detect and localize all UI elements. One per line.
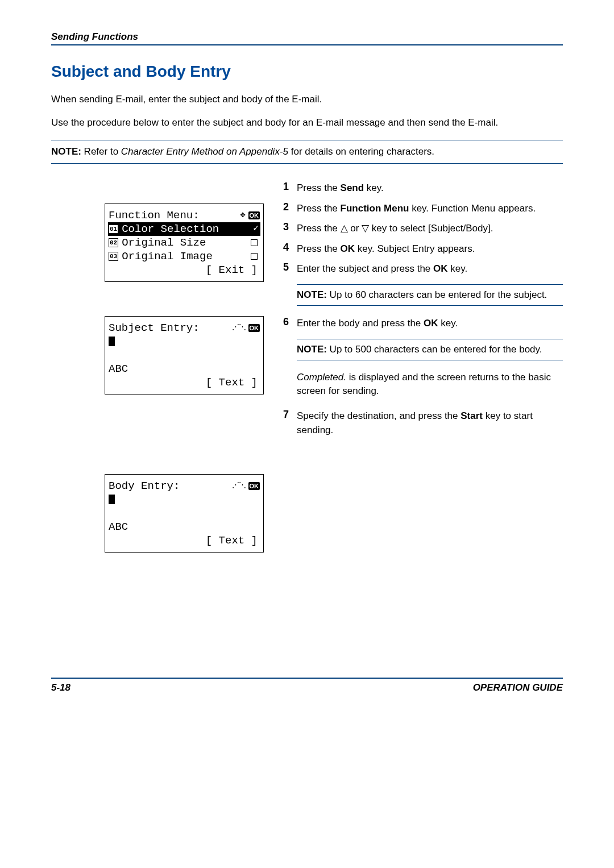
- lcd3-mode: ABC: [109, 520, 260, 534]
- header-rule: [51, 44, 563, 45]
- lcd1-item-1: 01 Color Selection ✓: [108, 222, 260, 236]
- step-7: 7 Specify the destination, and press the…: [273, 409, 563, 437]
- lcd-body-entry: Body Entry: ⋰⋱ OK ABC [ Text ]: [105, 474, 264, 553]
- step-number: 6: [273, 316, 297, 331]
- note-rule-bottom: [51, 163, 563, 164]
- note-label: NOTE:: [297, 344, 327, 355]
- ok-badge: OK: [248, 211, 260, 219]
- lcd1-item-3: 03 Original Image: [109, 250, 260, 263]
- lcd1-item-2: 02 Original Size: [109, 236, 260, 250]
- check-icon: ✓: [253, 223, 259, 235]
- item-number-badge: 02: [109, 238, 118, 247]
- guide-label: OPERATION GUIDE: [473, 682, 563, 693]
- completed-text: Completed. is displayed and the screen r…: [297, 371, 563, 398]
- lcd3-softkey: [ Text ]: [109, 534, 260, 547]
- intro-paragraph-1: When sending E-mail, enter the subject a…: [51, 93, 563, 106]
- step-1: 1 Press the Send key.: [273, 181, 563, 196]
- ok-badge: OK: [248, 482, 260, 490]
- intro-paragraph-2: Use the procedure below to enter the sub…: [51, 117, 563, 130]
- nav-icon: ⋰⋱ OK: [232, 323, 260, 333]
- step-5: 5 Enter the subject and press the OK key…: [273, 261, 563, 276]
- step-number: 7: [273, 409, 297, 437]
- note-body: NOTE: Up to 500 characters can be entere…: [297, 339, 563, 360]
- lcd1-softkey: [ Exit ]: [109, 263, 260, 277]
- note-pre: Refer to: [81, 146, 121, 157]
- page-number: 5-18: [51, 682, 70, 693]
- step-4: 4 Press the OK key. Subject Entry appear…: [273, 242, 563, 256]
- step-number: 1: [273, 181, 297, 196]
- item-number-badge: 03: [109, 252, 118, 261]
- step-2: 2 Press the Function Menu key. Function …: [273, 201, 563, 216]
- step-3: 3 Press the △ or ▽ key to select [Subjec…: [273, 221, 563, 236]
- note-rule-top: [51, 140, 563, 140]
- lcd2-softkey: [ Text ]: [109, 376, 260, 389]
- step-number: 2: [273, 201, 297, 216]
- top-note: NOTE: Refer to Character Entry Method on…: [51, 146, 563, 157]
- lcd1-item-3-label: Original Image: [122, 250, 213, 264]
- ok-badge: OK: [248, 324, 260, 332]
- lcd1-title: Function Menu:: [109, 209, 200, 223]
- lcd3-title: Body Entry:: [109, 479, 180, 493]
- nav-icon: ✥ OK: [240, 211, 260, 219]
- down-triangle-icon: ▽: [362, 223, 369, 234]
- step-number: 4: [273, 242, 297, 256]
- nav-icon: ⋰⋱ OK: [232, 481, 260, 491]
- up-triangle-icon: △: [341, 223, 348, 234]
- cursor-icon: [109, 495, 115, 504]
- lcd1-item-1-label: Color Selection: [122, 222, 219, 236]
- note-label: NOTE:: [51, 146, 81, 157]
- step-6: 6 Enter the body and press the OK key.: [273, 316, 563, 331]
- note-label: NOTE:: [297, 289, 327, 300]
- lcd-subject-entry: Subject Entry: ⋰⋱ OK ABC [ Text ]: [105, 316, 264, 394]
- checkbox-icon: [251, 239, 258, 246]
- lcd-function-menu: Function Menu: ✥ OK 01 Color Selection ✓…: [105, 203, 264, 282]
- lcd2-mode: ABC: [109, 362, 260, 376]
- note-subject: NOTE: Up to 60 characters can be entered…: [297, 284, 563, 306]
- step-number: 3: [273, 221, 297, 236]
- item-number-badge: 01: [109, 225, 118, 234]
- step-number: 5: [273, 261, 297, 276]
- lcd1-item-2-label: Original Size: [122, 236, 206, 250]
- section-header: Sending Functions: [51, 31, 563, 43]
- checkbox-icon: [251, 253, 258, 260]
- note-post: for details on entering characters.: [288, 146, 434, 157]
- cursor-icon: [109, 337, 115, 346]
- page-footer: 5-18 OPERATION GUIDE: [51, 678, 563, 693]
- page-title: Subject and Body Entry: [51, 63, 563, 81]
- note-reference: Character Entry Method on Appendix-5: [121, 146, 288, 157]
- lcd2-title: Subject Entry:: [109, 321, 200, 335]
